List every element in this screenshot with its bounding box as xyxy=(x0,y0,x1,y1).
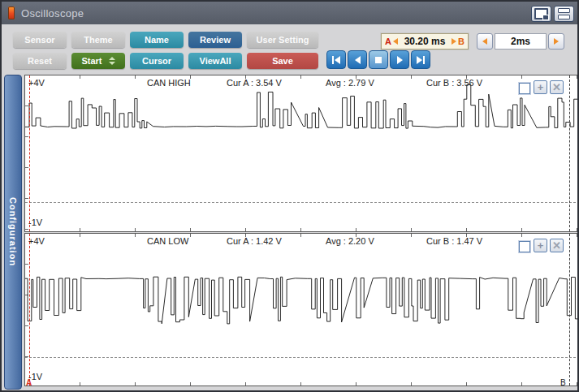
page-title: Oscilloscope xyxy=(21,7,84,19)
tile-windows-icon xyxy=(558,8,570,19)
add-channel-button[interactable]: + xyxy=(534,80,547,94)
cursor-a-line[interactable] xyxy=(29,234,30,386)
play-icon xyxy=(397,56,403,64)
title-bar: Oscilloscope xyxy=(2,2,577,24)
v-top-label: +4V xyxy=(28,78,45,88)
stop-icon xyxy=(375,57,382,63)
channel-name: CAN HIGH xyxy=(147,78,191,88)
timebase-value[interactable]: 2ms xyxy=(495,33,547,50)
zero-volt-gridline xyxy=(25,202,579,203)
cursor-a-arrow-icon xyxy=(393,38,398,45)
close-channel-button[interactable]: ✕ xyxy=(550,80,564,94)
start-spinner-icon xyxy=(109,57,115,65)
viewall-button[interactable]: ViewAll xyxy=(188,53,242,69)
v-bottom-label: -1V xyxy=(28,218,42,227)
configuration-tab-label: Configuration xyxy=(8,197,18,266)
display-checkbox[interactable] xyxy=(519,241,530,252)
transport-controls xyxy=(326,50,430,69)
sensor-button[interactable]: Sensor xyxy=(13,32,67,48)
cursor-delta-value: 30.20 ms xyxy=(404,36,446,47)
cursor-a-bottom-label: A xyxy=(26,378,32,387)
reset-button[interactable]: Reset xyxy=(13,53,67,69)
skip-start-button[interactable] xyxy=(326,50,346,69)
step-back-icon xyxy=(355,56,361,64)
scope-panel-can-low: +4V CAN LOW Cur A : 1.42 V Avg : 2.20 V … xyxy=(24,233,579,386)
new-window-button[interactable] xyxy=(531,6,551,22)
cursor-a-marker-button[interactable]: A xyxy=(385,37,398,46)
cursor-a-value: Cur A : 3.54 V xyxy=(227,78,282,88)
cursor-b-line[interactable] xyxy=(569,234,570,386)
cursor-b-bottom-label: B xyxy=(560,378,566,387)
step-back-button[interactable] xyxy=(348,50,367,69)
add-channel-button[interactable]: + xyxy=(534,239,547,252)
theme-button[interactable]: Theme xyxy=(71,32,125,48)
skip-end-icon xyxy=(417,56,422,64)
cursor-button[interactable]: Cursor xyxy=(130,53,184,69)
timebase-increase-button[interactable] xyxy=(548,33,564,50)
skip-end-button[interactable] xyxy=(411,50,430,69)
close-channel-button[interactable]: ✕ xyxy=(550,239,564,252)
cursor-a-label: A xyxy=(385,37,391,46)
toolbar: Sensor Theme Name Review User Setting Re… xyxy=(2,24,577,73)
zero-volt-gridline xyxy=(25,357,579,358)
channel-name: CAN LOW xyxy=(147,236,188,246)
v-top-label: +4V xyxy=(28,236,45,246)
titlebar-buttons xyxy=(531,6,574,22)
waveform-can-high xyxy=(25,75,579,231)
cursor-b-label: B xyxy=(458,37,464,46)
save-button[interactable]: Save xyxy=(247,53,318,69)
cursor-b-arrow-icon xyxy=(452,38,456,45)
configuration-tab[interactable]: Configuration xyxy=(4,75,22,390)
user-setting-button[interactable]: User Setting xyxy=(247,32,318,48)
new-window-icon xyxy=(534,8,548,19)
cursor-b-value: Cur B : 3.56 V xyxy=(426,78,482,88)
start-button-label: Start xyxy=(81,56,102,66)
review-button[interactable]: Review xyxy=(188,32,242,48)
cursor-a-value: Cur A : 1.42 V xyxy=(227,236,282,246)
cursor-b-line[interactable] xyxy=(569,75,570,231)
stop-button[interactable] xyxy=(369,50,388,69)
left-arrow-icon xyxy=(482,38,487,45)
start-button[interactable]: Start xyxy=(71,53,125,69)
display-checkbox[interactable] xyxy=(519,83,530,94)
cursor-b-marker-button[interactable]: B xyxy=(452,37,464,46)
cursor-b-value: Cur B : 1.47 V xyxy=(426,236,482,246)
scope-panel-can-high: +4V CAN HIGH Cur A : 3.54 V Avg : 2.79 V… xyxy=(24,75,579,232)
skip-start-icon xyxy=(332,56,334,64)
cursor-time-readout: A 30.20 ms B xyxy=(381,33,469,50)
waveform-can-low xyxy=(25,234,579,386)
oscilloscope-window: Oscilloscope Sensor Theme Name Review Us… xyxy=(0,0,579,392)
name-button[interactable]: Name xyxy=(130,32,184,48)
cursor-a-line[interactable] xyxy=(29,75,30,231)
timebase-decrease-button[interactable] xyxy=(477,33,493,50)
app-signal-icon xyxy=(8,6,15,19)
tile-windows-button[interactable] xyxy=(554,6,574,22)
average-value: Avg : 2.20 V xyxy=(326,236,374,246)
right-arrow-icon xyxy=(554,38,559,45)
play-button[interactable] xyxy=(390,50,409,69)
average-value: Avg : 2.79 V xyxy=(326,78,374,88)
